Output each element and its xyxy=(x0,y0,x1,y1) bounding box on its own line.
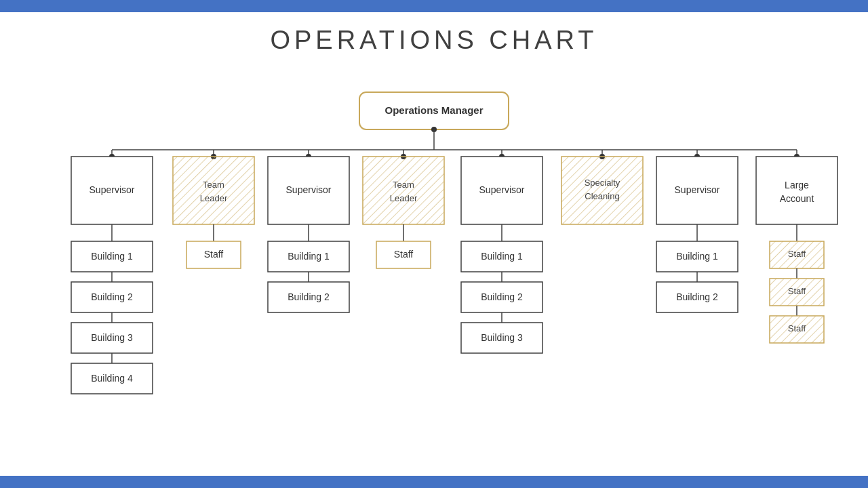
svg-text:Supervisor: Supervisor xyxy=(675,184,720,195)
svg-text:Building 2: Building 2 xyxy=(288,291,330,302)
svg-rect-50 xyxy=(363,157,444,224)
svg-rect-78 xyxy=(756,157,837,224)
col5-b2: Building 2 xyxy=(461,282,542,312)
svg-text:Building 1: Building 1 xyxy=(481,251,523,262)
col2-staff: Staff xyxy=(186,241,241,268)
svg-text:Staff: Staff xyxy=(204,249,224,260)
col5-top: Supervisor xyxy=(461,157,542,224)
svg-text:Specialty: Specialty xyxy=(585,178,620,188)
col4-staff: Staff xyxy=(376,241,431,268)
svg-text:Building 2: Building 2 xyxy=(676,291,718,302)
col3-top: Supervisor xyxy=(268,157,349,224)
svg-text:Supervisor: Supervisor xyxy=(90,184,135,195)
svg-text:Leader: Leader xyxy=(200,193,228,203)
top-bar xyxy=(0,0,868,12)
svg-text:Account: Account xyxy=(780,193,814,204)
col5-b1: Building 1 xyxy=(461,241,542,272)
col1-b4: Building 4 xyxy=(71,363,153,394)
svg-text:Operations Manager: Operations Manager xyxy=(384,104,483,116)
svg-text:Staff: Staff xyxy=(788,249,806,259)
col7-b1: Building 1 xyxy=(656,241,738,272)
svg-text:Building 1: Building 1 xyxy=(288,251,330,262)
page-title: OPERATIONS CHART xyxy=(270,26,597,55)
svg-text:Staff: Staff xyxy=(394,249,414,260)
svg-text:Team: Team xyxy=(203,180,224,190)
col1-b1: Building 1 xyxy=(71,241,153,272)
main-content: OPERATIONS CHART Operations Manager xyxy=(0,12,868,476)
root-box: Operations Manager xyxy=(359,92,509,132)
bottom-bar xyxy=(0,476,868,488)
svg-text:Cleaning: Cleaning xyxy=(585,191,619,201)
col5-b3: Building 3 xyxy=(461,323,542,353)
svg-text:Building 3: Building 3 xyxy=(91,332,133,343)
col1-b2: Building 2 xyxy=(71,282,153,312)
svg-text:Building 2: Building 2 xyxy=(91,291,133,302)
svg-rect-36 xyxy=(173,157,254,224)
svg-text:Building 2: Building 2 xyxy=(481,291,523,302)
col7-b2: Building 2 xyxy=(656,282,738,312)
col1-top: Supervisor xyxy=(71,157,153,224)
svg-text:Staff: Staff xyxy=(788,323,806,333)
svg-text:Supervisor: Supervisor xyxy=(479,184,525,195)
svg-text:Building 1: Building 1 xyxy=(676,251,718,262)
col4-top: Team Leader xyxy=(363,157,444,224)
svg-text:Building 4: Building 4 xyxy=(91,373,133,384)
svg-text:Team: Team xyxy=(393,180,414,190)
col2-top: Team Leader xyxy=(173,157,254,224)
col8-top: Large Account xyxy=(756,157,837,224)
svg-text:Building 3: Building 3 xyxy=(481,332,523,343)
org-chart: Operations Manager xyxy=(20,75,848,434)
svg-text:Large: Large xyxy=(785,180,809,190)
col8-staff1: Staff xyxy=(770,241,824,268)
svg-rect-67 xyxy=(561,157,643,224)
col6-top: Specialty Cleaning xyxy=(561,157,643,224)
col3-b1: Building 1 xyxy=(268,241,349,272)
svg-text:Building 1: Building 1 xyxy=(91,251,133,262)
svg-text:Staff: Staff xyxy=(788,286,806,296)
svg-text:Leader: Leader xyxy=(390,193,418,203)
col8-staff3: Staff xyxy=(770,316,824,343)
col7-top: Supervisor xyxy=(656,157,738,224)
col1-b3: Building 3 xyxy=(71,323,153,353)
svg-text:Supervisor: Supervisor xyxy=(286,184,332,195)
col8-staff2: Staff xyxy=(770,279,824,306)
col3-b2: Building 2 xyxy=(268,282,349,312)
